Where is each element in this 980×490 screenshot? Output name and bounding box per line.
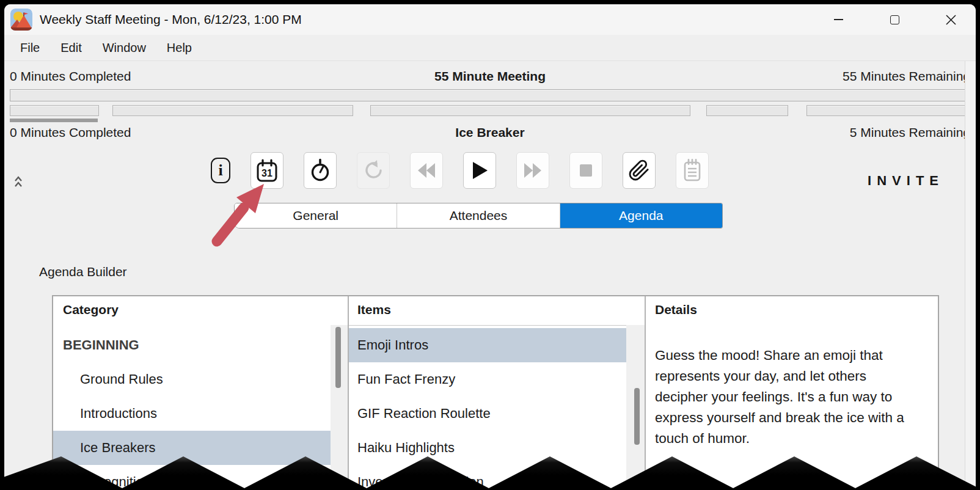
items-scrollbar-thumb[interactable] <box>634 388 640 445</box>
double-chevron-up-icon <box>13 175 23 191</box>
attachments-button[interactable] <box>623 152 656 189</box>
category-column-header: Category <box>63 302 119 317</box>
meeting-progress-bar <box>10 89 970 101</box>
play-icon <box>470 160 489 181</box>
agenda-builder-label: Agenda Builder <box>39 265 127 279</box>
items-column-header: Items <box>357 302 391 317</box>
fast-forward-button[interactable] <box>516 152 549 189</box>
calendar-button[interactable]: 31 <box>250 152 283 189</box>
category-row[interactable]: Introductions <box>53 397 331 431</box>
items-list: Emoji Intros Fun Fact Frenzy GIF Reactio… <box>349 328 626 490</box>
minimize-button[interactable] <box>824 6 852 33</box>
rewind-button[interactable] <box>410 152 443 189</box>
category-row[interactable]: Ground Rules <box>53 362 331 397</box>
menu-window[interactable]: Window <box>97 38 152 57</box>
item-row[interactable]: Invention Convention <box>349 465 626 490</box>
item-row[interactable]: Haiku Highlights <box>349 431 626 465</box>
maximize-icon <box>890 15 899 24</box>
agenda-builder-panel: Category Items Details BEGINNING Ground … <box>52 295 939 490</box>
tab-attendees[interactable]: Attendees <box>397 203 559 228</box>
info-icon[interactable]: i <box>211 158 230 183</box>
category-group-row: BEGINNING <box>53 328 331 362</box>
current-section-label: Ice Breaker <box>10 125 970 140</box>
fast-forward-icon <box>522 161 544 180</box>
menu-file[interactable]: File <box>14 38 46 57</box>
meeting-toolbar: i 31 <box>211 152 709 189</box>
svg-text:31: 31 <box>261 168 272 178</box>
details-line: Guess the mood! Share an emoji that <box>655 345 933 366</box>
stop-button[interactable] <box>569 152 602 189</box>
minimize-icon <box>834 19 843 20</box>
tab-bar: General Attendees Agenda <box>234 203 723 229</box>
menu-bar: File Edit Window Help <box>4 35 976 61</box>
meeting-remaining-label: 55 Minutes Remaining <box>843 69 970 84</box>
category-row[interactable]: Recognitions <box>53 465 331 490</box>
app-window: Weekly Staff Meeting - Mon, 6/12/23, 1:0… <box>4 4 976 490</box>
reset-button[interactable] <box>357 152 390 189</box>
segment-progress-bars <box>10 105 970 116</box>
details-line: touch of humor. <box>655 428 933 449</box>
meeting-title-label: 55 Minute Meeting <box>10 69 970 84</box>
timer-icon <box>309 158 332 183</box>
section-progress-labels: 0 Minutes Completed Ice Breaker 5 Minute… <box>10 125 970 142</box>
items-header-divider <box>349 325 645 326</box>
progress-segment <box>706 105 788 116</box>
details-line: decipher your feelings. It's a fun way t… <box>655 387 933 408</box>
progress-segment <box>806 105 971 116</box>
progress-segment <box>112 105 353 116</box>
close-button[interactable] <box>937 6 965 33</box>
play-button[interactable] <box>463 152 496 189</box>
reset-icon <box>362 159 384 182</box>
title-bar: Weekly Staff Meeting - Mon, 6/12/23, 1:0… <box>4 4 976 35</box>
progress-segment <box>10 105 99 116</box>
category-list: BEGINNING Ground Rules Introductions Ice… <box>53 328 331 490</box>
maximize-button[interactable] <box>880 6 909 33</box>
close-icon <box>946 15 956 25</box>
collapse-panel-control[interactable] <box>13 175 24 192</box>
window-title: Weekly Staff Meeting - Mon, 6/12/23, 1:0… <box>40 12 302 27</box>
window-controls <box>824 4 965 35</box>
item-row[interactable]: GIF Reaction Roulette <box>349 397 626 431</box>
screenshot-stage: Weekly Staff Meeting - Mon, 6/12/23, 1:0… <box>0 0 980 490</box>
details-line: express yourself and break the ice with … <box>655 408 933 428</box>
stop-icon <box>578 163 594 178</box>
app-icon <box>10 9 32 31</box>
details-pane: Guess the mood! Share an emoji that repr… <box>646 296 938 490</box>
category-scrollbar-thumb[interactable] <box>335 327 341 388</box>
calendar-31-icon: 31 <box>255 158 279 183</box>
tab-general[interactable]: General <box>235 203 397 228</box>
notes-button[interactable] <box>676 152 709 189</box>
details-text: Guess the mood! Share an emoji that repr… <box>655 345 933 449</box>
details-line: represents your day, and let others <box>655 366 933 387</box>
menu-edit[interactable]: Edit <box>54 38 87 57</box>
timer-button[interactable] <box>304 152 337 189</box>
right-gutter <box>965 61 976 490</box>
category-row-selected[interactable]: Ice Breakers <box>53 431 331 465</box>
paperclip-icon <box>628 159 650 181</box>
section-remaining-label: 5 Minutes Remaining <box>850 125 970 140</box>
notes-icon <box>681 158 703 183</box>
rewind-icon <box>415 161 437 180</box>
progress-segment <box>370 105 690 116</box>
menu-help[interactable]: Help <box>161 38 198 57</box>
item-row[interactable]: Fun Fact Frenzy <box>349 362 626 397</box>
tab-agenda[interactable]: Agenda <box>560 203 722 228</box>
current-segment-indicator <box>10 119 98 122</box>
item-row-selected[interactable]: Emoji Intros <box>349 328 626 362</box>
meeting-progress-labels: 0 Minutes Completed 55 Minute Meeting 55… <box>10 69 970 86</box>
invite-button[interactable]: INVITE <box>868 173 944 189</box>
